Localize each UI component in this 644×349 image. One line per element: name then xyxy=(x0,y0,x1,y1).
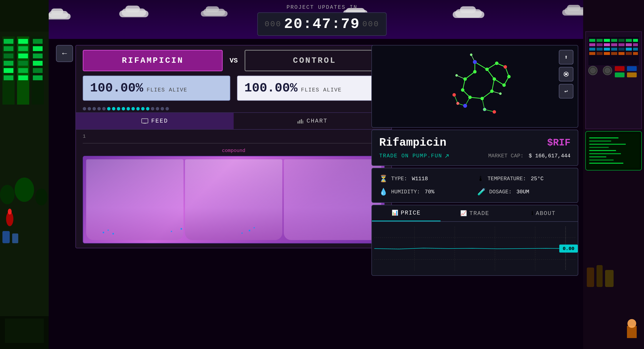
back-button[interactable]: ← xyxy=(56,45,73,62)
svg-rect-71 xyxy=(626,48,632,50)
dot-7 xyxy=(112,107,115,110)
svg-rect-98 xyxy=(589,163,623,164)
info-panel: ⬆ ↩ Rifampicin $RIF xyxy=(372,45,578,276)
svg-rect-30 xyxy=(33,53,42,58)
svg-rect-85 xyxy=(627,66,637,71)
trade-tab-label: TRADE xyxy=(469,210,489,217)
about-tab[interactable]: ℹ ABOUT xyxy=(509,205,578,221)
svg-rect-99 xyxy=(587,268,594,287)
monitor-icon xyxy=(142,118,148,124)
drug-name-label: RIFAMPICIN xyxy=(122,56,184,65)
tab-chart-label: CHART xyxy=(306,118,328,124)
svg-rect-59 xyxy=(589,43,595,46)
dot-4 xyxy=(97,107,101,110)
svg-rect-22 xyxy=(4,39,14,44)
dot-15 xyxy=(151,107,154,110)
svg-rect-39 xyxy=(33,75,42,80)
rotate-icon: ↩ xyxy=(564,88,568,95)
svg-rect-78 xyxy=(626,52,632,55)
svg-rect-100 xyxy=(596,265,602,287)
market-cap-area: MARKET CAP: $ 166,617,444 xyxy=(488,153,570,159)
svg-point-140 xyxy=(492,77,496,81)
tab-feed-label: FEED xyxy=(151,118,168,124)
bug-button[interactable] xyxy=(559,67,574,81)
svg-point-147 xyxy=(495,61,498,65)
rotate-button[interactable]: ↩ xyxy=(559,84,574,98)
svg-rect-76 xyxy=(611,52,617,55)
fly-dot-5 xyxy=(180,228,182,230)
svg-rect-77 xyxy=(618,52,624,55)
mol-actions: ⬆ ↩ xyxy=(559,50,574,98)
svg-rect-66 xyxy=(589,48,595,50)
feed-content: compound xyxy=(76,143,391,248)
svg-rect-107 xyxy=(299,120,300,124)
dosage-value: 30UM xyxy=(516,189,529,195)
molecule-structure xyxy=(434,50,516,123)
svg-point-81 xyxy=(590,68,595,73)
svg-point-142 xyxy=(480,97,484,100)
fly-dot-6 xyxy=(242,233,243,234)
svg-rect-46 xyxy=(12,234,18,243)
left-side-panel xyxy=(0,0,49,349)
vial-tube-1 xyxy=(86,159,184,240)
dot-2 xyxy=(88,107,91,110)
svg-rect-29 xyxy=(18,53,28,58)
upload-button[interactable]: ⬆ xyxy=(559,50,574,64)
trade-tab[interactable]: 📈 TRADE xyxy=(440,205,509,221)
dot-14 xyxy=(146,107,150,110)
drug-name-row: Rifampicin $RIF xyxy=(379,136,570,149)
svg-point-151 xyxy=(470,53,472,56)
svg-rect-52 xyxy=(589,39,595,42)
svg-rect-32 xyxy=(18,61,28,66)
svg-rect-104 xyxy=(142,119,148,123)
type-stat: ⏳ TYPE: W1118 xyxy=(379,175,472,183)
vs-label: VS xyxy=(223,57,244,64)
svg-rect-91 xyxy=(589,141,611,142)
drug-full-name: Rifampicin xyxy=(379,136,446,149)
svg-rect-58 xyxy=(633,39,638,42)
svg-line-160 xyxy=(446,155,448,158)
tab-feed[interactable]: FEED xyxy=(76,113,234,129)
dot-11 xyxy=(132,107,135,110)
dot-1 xyxy=(83,107,86,110)
chart-value-badge: 0.00 xyxy=(559,245,578,253)
svg-rect-60 xyxy=(596,43,602,46)
timer-container: 000 20:47:79 000 xyxy=(257,12,386,36)
price-tab-label: PRICE xyxy=(400,210,420,216)
fly-dot-7 xyxy=(249,230,250,231)
timer-main: 20:47:79 xyxy=(284,16,360,32)
dot-13 xyxy=(141,107,144,110)
svg-rect-48 xyxy=(5,319,44,343)
svg-rect-87 xyxy=(627,72,637,77)
svg-rect-33 xyxy=(33,61,42,66)
fly-dot-8 xyxy=(254,227,255,228)
dot-16 xyxy=(156,107,159,110)
humidity-stat: 💧 HUMIDITY: 70% xyxy=(379,188,472,196)
svg-line-112 xyxy=(492,79,494,91)
drug-button[interactable]: RIFAMPICIN xyxy=(83,50,223,71)
dot-5 xyxy=(102,107,106,110)
svg-rect-57 xyxy=(626,39,632,42)
svg-point-136 xyxy=(452,93,456,96)
svg-rect-23 xyxy=(18,39,28,44)
svg-rect-94 xyxy=(589,150,616,151)
svg-rect-73 xyxy=(589,52,595,55)
fly-dot-1 xyxy=(103,232,104,233)
svg-point-138 xyxy=(504,65,507,69)
temp-value: 25°C xyxy=(531,176,544,182)
chart-number: 1 xyxy=(83,133,86,139)
svg-point-139 xyxy=(485,68,489,71)
price-tab[interactable]: 📊 PRICE xyxy=(372,205,440,221)
control-button[interactable]: CONTROL xyxy=(244,50,384,71)
control-flies-percent: 100.00% xyxy=(244,81,298,95)
trade-link[interactable]: TRADE ON PUMP.FUN xyxy=(379,153,449,159)
svg-point-41 xyxy=(14,178,34,202)
svg-line-123 xyxy=(494,79,504,85)
svg-rect-67 xyxy=(596,48,602,50)
svg-line-113 xyxy=(482,91,492,98)
svg-point-144 xyxy=(461,88,464,92)
svg-rect-86 xyxy=(615,72,624,77)
tab-chart[interactable]: CHART xyxy=(234,113,391,129)
dot-10 xyxy=(126,107,130,110)
svg-point-44 xyxy=(8,209,12,215)
